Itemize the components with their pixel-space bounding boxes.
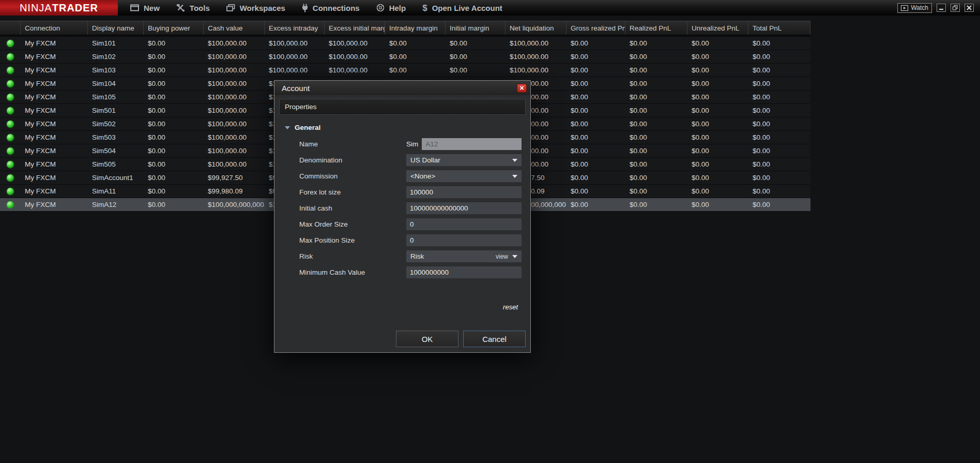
- field-control: <None>: [406, 170, 522, 182]
- menu-help[interactable]: Help: [368, 0, 415, 16]
- column-header-initial-margin[interactable]: Initial margin: [446, 21, 506, 35]
- table-row[interactable]: My FXCMSim103$0.00$100,000.00$100,000.00…: [0, 64, 810, 77]
- field-row-initial-cash: Initial cash100000000000000: [284, 200, 530, 216]
- cell-total: $0.00: [748, 64, 810, 77]
- connected-status-icon: [7, 53, 14, 61]
- cell-connection: My FXCM: [21, 185, 88, 198]
- watch-button[interactable]: Watch: [897, 3, 932, 13]
- cell-unrealized: $0.00: [687, 158, 748, 171]
- status-cell: [0, 37, 21, 50]
- cell-gross: $0.00: [566, 144, 625, 157]
- column-header-cash-value[interactable]: Cash value: [204, 21, 265, 35]
- cell-unrealized: $0.00: [687, 64, 748, 77]
- dialog-titlebar[interactable]: Account ×: [274, 81, 530, 95]
- help-icon: [376, 4, 385, 12]
- column-header-connection[interactable]: Connection: [21, 21, 88, 35]
- minimize-button[interactable]: [937, 4, 946, 12]
- cell-buying: $0.00: [144, 131, 204, 144]
- name-input[interactable]: A12: [422, 138, 522, 150]
- cell-cash: $100,000.00: [204, 117, 265, 130]
- column-header-excess-intraday[interactable]: Excess intraday: [265, 21, 325, 35]
- cell-display: Sim501: [88, 104, 144, 117]
- cell-cash: $100,000,000,000,000.00: [204, 198, 265, 211]
- field-row-max-position-size: Max Position Size0: [284, 232, 530, 248]
- cell-cash: $99,980.09: [204, 185, 265, 198]
- column-header-realized-pnl[interactable]: Realized PnL: [625, 21, 687, 35]
- cell-total: $0.00: [748, 171, 810, 184]
- cell-intraday-margin: $0.00: [385, 64, 446, 77]
- cell-excess-intraday: $100,000.00: [265, 37, 325, 50]
- cell-buying: $0.00: [144, 77, 204, 90]
- cell-display: Sim503: [88, 131, 144, 144]
- status-cell: [0, 198, 21, 211]
- status-cell: [0, 50, 21, 63]
- column-header-gross-realized-pnl[interactable]: Gross realized PnL: [566, 21, 625, 35]
- cell-intraday-margin: $0.00: [385, 50, 446, 63]
- menu-new[interactable]: New: [122, 0, 168, 16]
- close-button[interactable]: [964, 4, 974, 12]
- column-header-buying-power[interactable]: Buying power: [144, 21, 204, 35]
- cell-total: $0.00: [748, 144, 810, 157]
- cell-total: $0.00: [748, 77, 810, 90]
- cell-gross: $0.00: [566, 64, 625, 77]
- cell-realized: $0.00: [625, 198, 687, 211]
- connected-status-icon: [7, 161, 14, 168]
- dialog-close-button[interactable]: ×: [517, 84, 527, 93]
- logo-text-ninja: NINJA: [20, 2, 52, 14]
- status-cell: [0, 144, 21, 157]
- column-header-display-name[interactable]: Display name: [88, 21, 144, 35]
- table-row[interactable]: My FXCMSim102$0.00$100,000.00$100,000.00…: [0, 50, 810, 63]
- risk-select[interactable]: Riskview: [406, 250, 522, 262]
- initial-cash-input[interactable]: 100000000000000: [406, 202, 522, 214]
- titlebar: NINJATRADER NewToolsWorkspacesConnection…: [0, 0, 980, 16]
- status-cell: [0, 131, 21, 144]
- menu-label: New: [144, 4, 160, 12]
- cell-unrealized: $0.00: [687, 144, 748, 157]
- menu-tools[interactable]: Tools: [168, 0, 218, 16]
- denomination-select[interactable]: US Dollar: [406, 154, 522, 166]
- maximize-button[interactable]: [951, 4, 960, 12]
- workspaces-icon: [226, 4, 235, 11]
- table-row[interactable]: My FXCMSim101$0.00$100,000.00$100,000.00…: [0, 37, 810, 50]
- field-row-name: NameSimA12: [284, 136, 530, 152]
- max-order-size-input[interactable]: 0: [406, 218, 522, 230]
- max-position-size-input[interactable]: 0: [406, 234, 522, 246]
- cell-cash: $100,000.00: [204, 64, 265, 77]
- dialog-fields: NameSimA12DenominationUS DollarCommissio…: [274, 136, 530, 280]
- menu-open-live-account[interactable]: $Open Live Account: [414, 0, 511, 16]
- menu-workspaces[interactable]: Workspaces: [218, 0, 294, 16]
- cell-unrealized: $0.00: [687, 37, 748, 50]
- cell-cash: $100,000.00: [204, 144, 265, 157]
- reset-link[interactable]: reset: [503, 303, 518, 311]
- cell-gross: $0.00: [566, 37, 625, 50]
- column-header-net-liquidation[interactable]: Net liquidation: [506, 21, 566, 35]
- column-header-intraday-margin[interactable]: Intraday margin: [385, 21, 446, 35]
- account-dialog: Account × Properties General NameSimA12D…: [274, 80, 531, 353]
- cell-excess-intraday: $100,000.00: [265, 50, 325, 63]
- field-row-denomination: DenominationUS Dollar: [284, 152, 530, 168]
- menu-label: Workspaces: [240, 4, 285, 12]
- ok-button[interactable]: OK: [396, 331, 458, 347]
- status-cell: [0, 104, 21, 117]
- forex-lot-size-input[interactable]: 100000: [406, 186, 522, 198]
- menu-bar: NewToolsWorkspacesConnectionsHelp$Open L…: [122, 0, 511, 16]
- commission-select[interactable]: <None>: [406, 170, 522, 182]
- menu-connections[interactable]: Connections: [294, 0, 368, 16]
- minimum-cash-value-input[interactable]: 1000000000: [406, 266, 522, 278]
- column-header-unrealized-pnl[interactable]: Unrealized PnL: [687, 21, 748, 35]
- column-header-status[interactable]: [0, 21, 21, 35]
- cell-excess-initial: $100,000.00: [325, 50, 385, 63]
- connected-status-icon: [7, 201, 14, 208]
- cell-cash: $100,000.00: [204, 158, 265, 171]
- connected-status-icon: [7, 94, 14, 101]
- cell-display: Sim101: [88, 37, 144, 50]
- section-general[interactable]: General: [274, 118, 530, 136]
- field-label: Forex lot size: [284, 188, 406, 196]
- dollar-icon: $: [422, 4, 427, 12]
- cell-excess-initial: $100,000.00: [325, 37, 385, 50]
- cell-total: $0.00: [748, 50, 810, 63]
- view-link[interactable]: view: [496, 253, 508, 260]
- cancel-button[interactable]: Cancel: [463, 331, 526, 347]
- column-header-total-pnl[interactable]: Total PnL: [748, 21, 810, 35]
- column-header-excess-initial-margin[interactable]: Excess initial margin: [325, 21, 385, 35]
